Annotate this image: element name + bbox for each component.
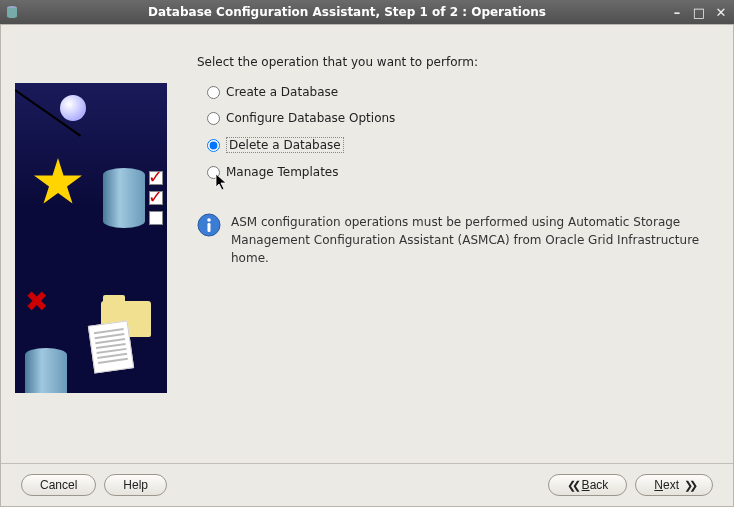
app-icon [4,4,20,20]
radio-create-database[interactable] [207,86,220,99]
wizard-button-bar: Cancel Help ❮❮ Back Next ❯❯ [1,463,733,506]
info-text: ASM configuration operations must be per… [231,213,713,267]
svg-point-4 [207,218,211,222]
prompt-text: Select the operation that you want to pe… [197,55,713,69]
option-label: Manage Templates [226,165,339,179]
window-title: Database Configuration Assistant, Step 1… [26,5,668,19]
cancel-button[interactable]: Cancel [21,474,96,496]
option-label: Configure Database Options [226,111,395,125]
option-label: Delete a Database [226,137,344,153]
option-delete-database[interactable]: Delete a Database [207,131,713,159]
option-create-database[interactable]: Create a Database [207,79,713,105]
radio-manage-templates[interactable] [207,166,220,179]
maximize-button[interactable]: □ [690,4,708,20]
next-button[interactable]: Next ❯❯ [635,474,713,496]
back-button[interactable]: ❮❮ Back [548,474,628,496]
svg-rect-5 [208,223,211,232]
operation-options: Create a Database Configure Database Opt… [207,79,713,185]
close-button[interactable]: ✕ [712,4,730,20]
wizard-graphic: ✖ [15,83,167,393]
info-icon [197,213,221,237]
minimize-button[interactable]: – [668,4,686,20]
option-configure-database[interactable]: Configure Database Options [207,105,713,131]
radio-delete-database[interactable] [207,139,220,152]
option-label: Create a Database [226,85,338,99]
option-manage-templates[interactable]: Manage Templates [207,159,713,185]
radio-configure-database[interactable] [207,112,220,125]
window-titlebar: Database Configuration Assistant, Step 1… [0,0,734,24]
wizard-body: ✖ Select the operation that you want to … [0,24,734,507]
info-panel: ASM configuration operations must be per… [197,213,713,267]
chevron-left-icon: ❮❮ [567,479,577,492]
wizard-content: Select the operation that you want to pe… [167,55,713,445]
help-button[interactable]: Help [104,474,167,496]
chevron-right-icon: ❯❯ [684,479,694,492]
svg-point-2 [7,14,17,18]
